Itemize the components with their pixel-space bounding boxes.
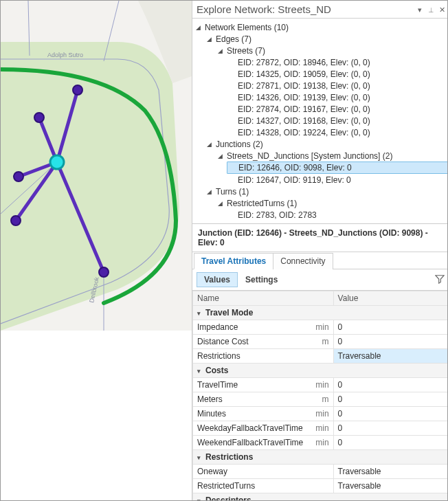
attr-name: Distance Cost [197,337,249,346]
chevron-down-icon: ▾ [197,454,205,461]
table-row[interactable]: Minutesmin0 [193,407,449,421]
junction-node[interactable] [73,85,82,95]
tree-label: Edges (7) [214,34,253,44]
tree-leaf[interactable]: ·EID: 2783, OID: 2783 [227,209,448,221]
tree-leaf[interactable]: ·EID: 27872, OID: 18946, Elev: (0, 0) [227,56,448,68]
autohide-icon[interactable]: ▾ [416,5,424,14]
tree-restricted-turns[interactable]: ◢RestrictedTurns (1) ·EID: 2783, OID: 27… [216,197,448,221]
filter-icon[interactable] [435,274,445,286]
tree-label: Streets (7) [225,46,267,56]
col-name[interactable]: Name [193,291,334,306]
section-descriptors[interactable]: ▾Descriptors [193,493,449,502]
tree-leaf[interactable]: ·EID: 12647, OID: 9119, Elev: 0 [227,174,448,186]
attr-value: 0 [333,407,448,421]
attr-value: 0 [333,378,448,392]
close-icon[interactable]: ✕ [438,5,446,14]
attr-name: Meters [197,394,223,404]
tree-label: EID: 2783, OID: 2783 [236,210,318,220]
table-row[interactable]: Metersm0 [193,392,449,407]
tree-junctions[interactable]: ◢Junctions (2) ◢Streets_ND_Junctions [Sy… [205,138,448,186]
junction-node[interactable] [34,113,44,122]
chevron-down-icon[interactable]: ◢ [205,35,213,43]
col-value[interactable]: Value [333,291,448,306]
chevron-down-icon[interactable]: ◢ [216,47,224,55]
tree-label: Streets_ND_Junctions [System Junctions] … [225,151,394,161]
street-label: Adolph Sutro [47,52,83,58]
detail-title: Junction (EID: 12646) - Streets_ND_Junct… [192,224,448,252]
attr-value: 0 [333,335,448,349]
junction-node-selected[interactable] [50,155,64,169]
map-canvas[interactable]: Adolph Sutro Dellbrook [1,1,192,331]
attr-unit: min [315,380,328,390]
detail-tabs: Travel Attributes Connectivity [192,252,448,269]
attr-unit: m [322,337,329,346]
subtab-settings[interactable]: Settings [238,272,285,287]
tree-label: EID: 14327, OID: 19168, Elev: (0, 0) [236,116,372,126]
pin-icon[interactable]: ⟂ [427,5,435,14]
section-costs[interactable]: ▾Costs [193,364,449,378]
tree-label: EID: 12647, OID: 9119, Elev: 0 [236,175,352,185]
attr-name: Oneway [197,467,227,476]
chevron-down-icon[interactable]: ◢ [216,152,224,160]
tab-connectivity[interactable]: Connectivity [273,253,333,269]
chevron-down-icon[interactable]: ◢ [205,188,213,196]
tree-edges[interactable]: ◢Edges (7) ◢Streets (7) ·EID: 27872, OID… [205,33,448,138]
section-travel-mode[interactable]: ▾Travel Mode [193,306,449,320]
tree-label: Junctions (2) [214,140,265,149]
tree-system-junctions[interactable]: ◢Streets_ND_Junctions [System Junctions]… [216,150,448,186]
table-row[interactable]: WeekendFallbackTravelTimemin0 [193,436,449,450]
tab-travel-attributes[interactable]: Travel Attributes [194,253,273,269]
section-label: Descriptors [205,496,251,501]
chevron-down-icon[interactable]: ◢ [194,23,202,32]
table-row[interactable]: RestrictionsTraversable [193,349,449,364]
attr-value: Traversable [333,479,448,493]
chevron-down-icon: ▾ [197,310,205,317]
tree-leaf[interactable]: ·EID: 14326, OID: 19139, Elev: (0, 0) [227,91,448,103]
junction-node[interactable] [99,267,109,277]
chevron-down-icon[interactable]: ◢ [205,140,213,148]
attr-name: TravelTime [197,380,238,390]
chevron-down-icon: ▾ [197,498,205,501]
tree-leaf-selected[interactable]: ·EID: 12646, OID: 9098, Elev: 0 [227,162,448,174]
tree-leaf[interactable]: ·EID: 27874, OID: 19167, Elev: (0, 0) [227,103,448,115]
section-label: Costs [205,366,228,375]
tree-leaf[interactable]: ·EID: 14328, OID: 19224, Elev: (0, 0) [227,126,448,138]
table-row[interactable]: RestrictedTurnsTraversable [193,479,449,493]
attr-unit: m [322,394,329,404]
network-elements-tree[interactable]: ◢Network Elements (10) ◢Edges (7) ◢Stree… [192,19,448,224]
detail-subtabs: Values Settings [192,269,448,291]
attr-value: 0 [333,436,448,450]
tree-streets[interactable]: ◢Streets (7) ·EID: 27872, OID: 18946, El… [216,45,448,138]
tree-turns[interactable]: ◢Turns (1) ◢RestrictedTurns (1) ·EID: 27… [205,186,448,221]
panel-title: Explore Network: Streets_ND [197,3,331,15]
tree-label: EID: 14325, OID: 19059, Elev: (0, 0) [236,69,372,79]
table-row[interactable]: Impedancemin0 [193,320,449,335]
chevron-down-icon[interactable]: ◢ [216,199,224,208]
attr-value: 0 [333,320,448,335]
attributes-grid-wrap[interactable]: Name Value ▾Travel Mode Impedancemin0 Di… [192,291,448,501]
attr-value: Traversable [333,349,448,364]
attr-value: 0 [333,392,448,407]
attr-unit: min [315,409,328,419]
tree-leaf[interactable]: ·EID: 14325, OID: 19059, Elev: (0, 0) [227,68,448,80]
attr-name: RestrictedTurns [197,481,255,491]
table-row[interactable]: TravelTimemin0 [193,378,449,392]
tree-leaf[interactable]: ·EID: 27871, OID: 19138, Elev: (0, 0) [227,80,448,91]
table-row[interactable]: OnewayTraversable [193,465,449,479]
table-row[interactable]: Distance Costm0 [193,335,449,349]
section-restrictions[interactable]: ▾Restrictions [193,450,449,465]
table-row[interactable]: WeekdayFallbackTravelTimemin0 [193,421,449,436]
tree-label: EID: 14326, OID: 19139, Elev: (0, 0) [236,93,372,102]
junction-node[interactable] [14,172,23,181]
tree-root[interactable]: ◢Network Elements (10) ◢Edges (7) ◢Stree… [194,21,448,221]
junction-node[interactable] [11,216,21,225]
tree-label: EID: 27872, OID: 18946, Elev: (0, 0) [236,58,372,67]
section-label: Travel Mode [205,308,253,318]
tree-label: RestrictedTurns (1) [225,199,298,208]
attr-name: Impedance [197,322,238,332]
attr-name: Restrictions [197,351,240,361]
tree-leaf[interactable]: ·EID: 14327, OID: 19168, Elev: (0, 0) [227,115,448,126]
subtab-values[interactable]: Values [197,272,238,287]
park-shape [1,42,179,331]
tree-label: EID: 27874, OID: 19167, Elev: (0, 0) [236,104,372,114]
